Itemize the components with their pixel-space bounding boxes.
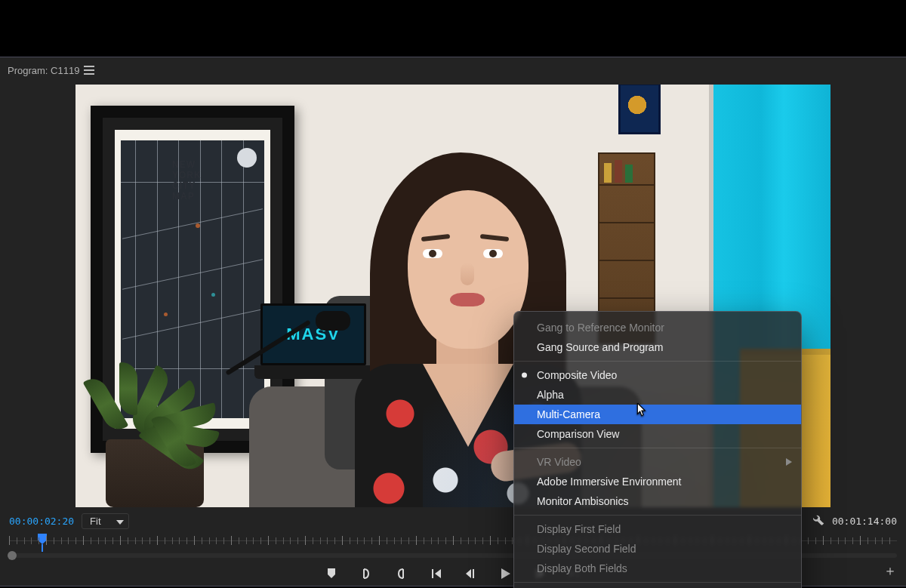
poster-text: NEW YORK CITY MAP (172, 159, 202, 202)
zoom-label: Fit (90, 516, 100, 527)
svg-rect-1 (84, 69, 94, 71)
svg-rect-2 (84, 73, 94, 75)
menu-item-alpha[interactable]: Alpha (514, 385, 801, 405)
step-back-button[interactable] (463, 566, 478, 581)
panel-menu-icon[interactable] (84, 66, 94, 75)
mark-in-button[interactable] (359, 566, 374, 581)
program-monitor-panel: Program: C1119 (0, 57, 906, 586)
menu-item-display-first-field: Display First Field (514, 519, 801, 539)
menu-item-display-second-field: Display Second Field (514, 539, 801, 559)
duration-timecode: 00:01:14:00 (832, 516, 897, 527)
add-marker-button[interactable] (324, 566, 339, 581)
menu-item-monitor-ambisonics[interactable]: Monitor Ambisonics (514, 491, 801, 511)
zoom-dropdown[interactable]: Fit (82, 513, 128, 529)
panel-sequence-name: C1119 (51, 65, 79, 76)
panel-title-prefix: Program: (8, 65, 48, 76)
svg-rect-0 (84, 66, 94, 67)
play-button[interactable] (498, 566, 513, 581)
menu-item-vr-video: VR Video (514, 452, 801, 472)
menu-item-comparison-view[interactable]: Comparison View (514, 424, 801, 444)
settings-wrench-icon[interactable] (812, 514, 824, 528)
go-to-in-button[interactable] (428, 566, 443, 581)
menu-item-composite-video[interactable]: Composite Video (514, 365, 801, 385)
letterbox-top (0, 0, 906, 57)
menu-item-gang-to-reference-monitor: Gang to Reference Monitor (514, 318, 801, 337)
current-timecode[interactable]: 00:00:02:20 (9, 516, 74, 527)
mark-out-button[interactable] (393, 566, 408, 581)
menu-item-adobe-immersive-environment[interactable]: Adobe Immersive Environment (514, 472, 801, 491)
button-editor-plus-icon[interactable]: ＋ (883, 562, 897, 580)
menu-item-multi-camera[interactable]: Multi-Camera (514, 405, 801, 424)
program-monitor-context-menu[interactable]: Gang to Reference MonitorGang Source and… (513, 311, 802, 588)
menu-item-gang-source-and-program[interactable]: Gang Source and Program (514, 337, 801, 357)
menu-item-display-both-fields: Display Both Fields (514, 559, 801, 578)
chevron-down-icon (116, 516, 124, 527)
panel-header[interactable]: Program: C1119 (0, 57, 906, 82)
